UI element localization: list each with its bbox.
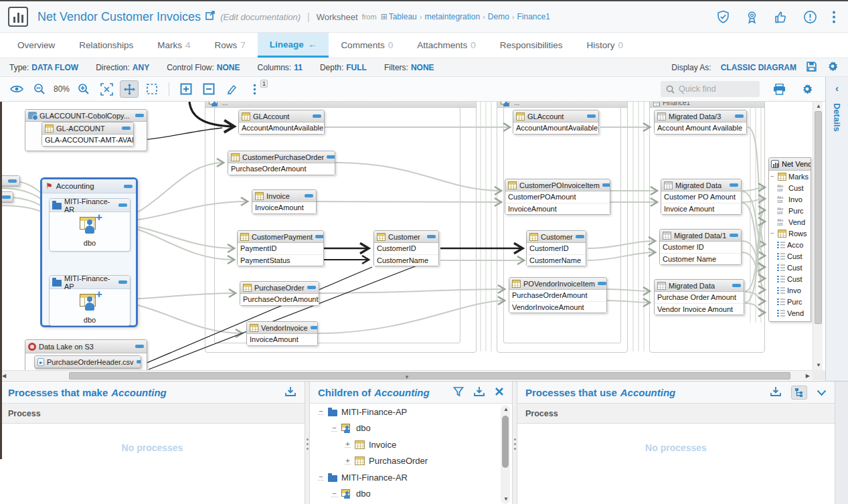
- node-field[interactable]: CustomerName: [527, 254, 586, 266]
- filter-control-flow[interactable]: Control Flow:NONE: [167, 63, 240, 72]
- node-field[interactable]: CustomerID: [527, 243, 586, 254]
- node-customer-right[interactable]: Customer CustomerID CustomerName: [526, 230, 586, 266]
- node-field[interactable]: PaymentStatus: [238, 254, 323, 266]
- collapse-node-button[interactable]: [313, 114, 321, 118]
- highlighter-pen-icon[interactable]: [222, 80, 241, 98]
- node-field[interactable]: CustomerPOAmount: [505, 191, 610, 203]
- node-field[interactable]: InvoiceAmount: [247, 334, 317, 345]
- node-miti-finance-ap[interactable]: MITI-Finance-AP + dbo: [49, 275, 131, 326]
- node-migrated-data-1[interactable]: Migrated Data/1 Customer ID Customer Nam…: [659, 229, 742, 265]
- node-purchaseorder[interactable]: PurchaseOrder PurchaseOrderAmount: [240, 281, 319, 306]
- node-field[interactable]: Customer PO Amount: [661, 191, 741, 203]
- children-tree[interactable]: −MITI-Finance-AP −dbo +Invoice +Purchase…: [310, 404, 512, 504]
- filter-filters[interactable]: Filters:NONE: [384, 63, 434, 72]
- collapse-node-button[interactable]: [730, 183, 738, 187]
- tree-item-schema[interactable]: −dbo: [310, 486, 512, 503]
- scroll-down-arrow[interactable]: ▼: [816, 362, 821, 369]
- collapse-node-button[interactable]: [118, 280, 127, 284]
- close-icon[interactable]: [495, 387, 504, 398]
- dbo-schema-icon[interactable]: +: [78, 216, 102, 238]
- node-field[interactable]: Purchase Order Amount: [655, 292, 744, 303]
- print-icon[interactable]: [770, 80, 788, 98]
- node-data-lake-s3[interactable]: Data Lake on S3 PurchaseOrderHeader.csv: [25, 339, 147, 370]
- collapse-toggle[interactable]: −: [318, 408, 324, 415]
- collapse-node-button[interactable]: [327, 155, 335, 159]
- node-customer-center[interactable]: Customer CustomerID CustomerName: [373, 230, 439, 266]
- filter-direction[interactable]: Direction:ANY: [96, 63, 149, 72]
- collapse-node-button[interactable]: [2, 195, 11, 199]
- node-field[interactable]: CustomerName: [374, 254, 438, 266]
- tree-item-schema[interactable]: −dbo: [310, 420, 512, 437]
- vertical-scroll-thumb[interactable]: [815, 111, 822, 324]
- more-menu-kebab-icon[interactable]: [832, 10, 836, 24]
- node-field[interactable]: Account Amount Available: [655, 122, 746, 134]
- node-glaccount-2[interactable]: GLAccount AccountAmountAvailable: [513, 110, 599, 135]
- display-as-value[interactable]: CLASSIC DIAGRAM: [721, 63, 796, 72]
- node-customerpayment[interactable]: CustomerPayment PaymentID PaymentStatus: [237, 230, 324, 266]
- more-options-kebab-icon[interactable]: 1: [245, 80, 264, 98]
- chevron-down-icon[interactable]: [817, 387, 827, 398]
- tab-comments[interactable]: Comments0: [329, 33, 405, 58]
- edit-documentation-link[interactable]: (Edit documentation): [220, 12, 301, 22]
- node-field[interactable]: PurchaseOrderAmount: [509, 290, 606, 301]
- collapse-node-button[interactable]: [587, 114, 596, 118]
- fit-to-screen-button[interactable]: [97, 80, 116, 98]
- collapse-all-button[interactable]: [199, 80, 218, 98]
- endorse-badge-icon[interactable]: [745, 10, 759, 24]
- node-field[interactable]: CustomerID: [374, 243, 438, 254]
- collapse-node-button[interactable]: [602, 183, 610, 187]
- collapse-toggle[interactable]: −: [770, 230, 776, 237]
- tree-item-folder[interactable]: −MITI-Finance-AR: [310, 469, 512, 486]
- node-invoice[interactable]: Invoice InvoiceAmount: [252, 189, 317, 214]
- scroll-up-arrow[interactable]: ▲: [816, 103, 821, 110]
- horizontal-scroll-thumb[interactable]: [69, 372, 790, 380]
- tab-overview[interactable]: Overview: [5, 33, 67, 58]
- collapse-node-button[interactable]: [598, 282, 606, 285]
- collapse-node-button[interactable]: [307, 286, 316, 289]
- node-field[interactable]: Customer ID: [660, 242, 741, 253]
- node-worksheet-net-vendor[interactable]: Net Vend −Marks Cust Invo Purc Vend −Row…: [768, 157, 811, 322]
- node-miti-finance-ar[interactable]: MITI-Finance-AR + dbo: [49, 198, 131, 252]
- quick-find-input[interactable]: [679, 84, 746, 94]
- node-glaccount-copybook[interactable]: GLACCOUNT-CobolCopy... GL-ACCOUNT GLA-AC…: [25, 109, 147, 151]
- panel-resize-handle[interactable]: [512, 382, 517, 504]
- scroll-left-arrow[interactable]: ◀: [2, 373, 6, 380]
- node-vendorinvoice[interactable]: VendorInvoice InvoiceAmount: [246, 321, 318, 346]
- download-icon[interactable]: [473, 386, 485, 399]
- tree-item-folder[interactable]: −MITI-Finance-AP: [310, 404, 512, 420]
- expand-details-chevron-icon[interactable]: ‹: [826, 82, 848, 94]
- collapse-node-button[interactable]: [124, 185, 133, 188]
- toolbar-settings-gear-icon[interactable]: [798, 80, 817, 98]
- breadcrumb-demo[interactable]: Demo: [488, 12, 509, 21]
- filter-columns[interactable]: Columns:11: [258, 63, 303, 72]
- node-field[interactable]: Vendor Invoice Amount: [655, 303, 744, 315]
- external-link-icon[interactable]: [205, 11, 215, 23]
- collapse-node-button[interactable]: [315, 235, 323, 238]
- visibility-eye-icon[interactable]: [7, 80, 26, 98]
- lineage-canvas[interactable]: ... ... Finance1: [0, 102, 825, 380]
- breadcrumb-finance1[interactable]: Finance1: [517, 12, 549, 21]
- collapse-node-button[interactable]: [735, 114, 744, 118]
- tab-lineage[interactable]: Lineage←: [258, 33, 329, 58]
- node-povendorinvoiceitem[interactable]: POVendorInvoiceItem PurchaseOrderAmount …: [509, 277, 607, 313]
- diagram-vertical-scrollbar[interactable]: ▲ ▼: [813, 102, 823, 370]
- dbo-schema-icon[interactable]: +: [78, 292, 102, 315]
- details-sidebar-label[interactable]: Details: [832, 103, 842, 132]
- tab-history[interactable]: History0: [575, 33, 636, 58]
- node-field[interactable]: InvoiceAmount: [505, 203, 610, 214]
- node-field[interactable]: AccountAmountAvailable: [239, 122, 324, 134]
- download-icon[interactable]: [770, 386, 782, 399]
- node-migrated-data-b[interactable]: Migrated Data Purchase Order Amount Vend…: [654, 279, 744, 315]
- collapse-toggle[interactable]: −: [331, 491, 337, 497]
- node-field[interactable]: AccountAmountAvailable: [513, 122, 598, 134]
- collapse-node-button[interactable]: [8, 179, 17, 183]
- marquee-select-button[interactable]: [143, 80, 161, 98]
- collapse-node-button[interactable]: [427, 235, 436, 238]
- node-glaccount[interactable]: GLAccount AccountAmountAvailable: [238, 110, 325, 135]
- tab-marks[interactable]: Marks4: [145, 33, 202, 58]
- node-migrated-data-a[interactable]: Migrated Data Customer PO Amount Invoice…: [661, 179, 742, 215]
- certify-shield-icon[interactable]: [716, 10, 730, 24]
- hierarchy-view-icon[interactable]: [791, 386, 807, 400]
- splitter-collapse-arrow[interactable]: ▼: [404, 374, 410, 380]
- tab-attachments[interactable]: Attachments0: [405, 33, 488, 58]
